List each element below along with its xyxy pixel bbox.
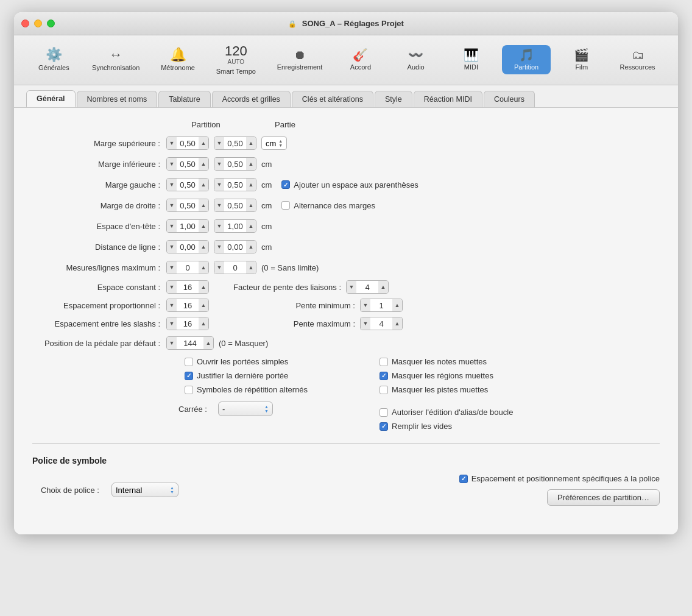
stepper-down[interactable]: ▼ — [167, 219, 177, 233]
stepper-down[interactable]: ▼ — [167, 157, 177, 171]
stepper-down[interactable]: ▼ — [167, 280, 177, 294]
tab-reaction-midi[interactable]: Réaction MIDI — [414, 91, 482, 107]
stepper-up[interactable]: ▲ — [199, 219, 208, 233]
alternance-marges-checkbox[interactable] — [281, 201, 290, 210]
masquer-notes-checkbox[interactable] — [380, 358, 388, 366]
espacement-proportionnel-stepper[interactable]: ▼ 16 ▲ — [166, 299, 209, 312]
stepper-down[interactable]: ▼ — [167, 240, 177, 253]
stepper-down[interactable]: ▼ — [167, 336, 177, 350]
marge-gauche-partie-stepper[interactable]: ▼ 0,50 ▲ — [214, 178, 256, 191]
stepper-down[interactable]: ▼ — [167, 178, 177, 191]
marge-droite-partie-stepper[interactable]: ▼ 0,50 ▲ — [214, 199, 256, 212]
position-pedale-stepper[interactable]: ▼ 144 ▲ — [166, 336, 214, 350]
stepper-down[interactable]: ▼ — [214, 157, 224, 171]
stepper-up[interactable]: ▲ — [199, 157, 208, 171]
remplir-vides-checkbox[interactable] — [380, 422, 388, 431]
autoriser-edition-checkbox[interactable] — [380, 408, 388, 417]
stepper-up[interactable]: ▲ — [246, 240, 256, 253]
stepper-up[interactable]: ▲ — [392, 317, 402, 330]
masquer-pistes-checkbox[interactable] — [380, 386, 388, 394]
pente-maximum-stepper[interactable]: ▼ 4 ▲ — [360, 317, 403, 330]
stepper-down[interactable]: ▼ — [214, 178, 224, 191]
toolbar-film[interactable]: 🎬 Film — [557, 45, 606, 74]
stepper-down[interactable]: ▼ — [167, 299, 177, 312]
mesures-lignes-partie-stepper[interactable]: ▼ 0 ▲ — [214, 261, 256, 274]
carree-dropdown[interactable]: - ▲▼ — [218, 402, 273, 416]
stepper-up[interactable]: ▲ — [378, 280, 388, 294]
stepper-up[interactable]: ▲ — [199, 299, 208, 312]
toolbar-smart-tempo[interactable]: 120 AUTO Smart Tempo — [209, 40, 263, 79]
choix-police-dropdown[interactable]: Internal ▲▼ — [111, 483, 178, 497]
tab-accords-grilles[interactable]: Accords et grilles — [212, 91, 291, 107]
stepper-down[interactable]: ▼ — [214, 261, 224, 274]
tab-general[interactable]: Général — [26, 90, 76, 107]
stepper-up[interactable]: ▲ — [199, 178, 208, 191]
ajouter-espace-checkbox[interactable] — [281, 180, 290, 189]
stepper-up[interactable]: ▲ — [246, 219, 256, 233]
stepper-up[interactable]: ▲ — [246, 136, 256, 150]
ouvrir-portees-checkbox[interactable] — [185, 358, 193, 366]
toolbar-enregistrement[interactable]: ⏺ Enregistrement — [270, 45, 330, 74]
stepper-up[interactable]: ▲ — [246, 178, 256, 191]
toolbar-accord[interactable]: 🎸 Accord — [336, 45, 385, 74]
distance-ligne-partition-stepper[interactable]: ▼ 0,00 ▲ — [166, 240, 209, 253]
stepper-down[interactable]: ▼ — [361, 299, 370, 312]
stepper-down[interactable]: ▼ — [214, 136, 224, 150]
toolbar-audio[interactable]: 〰️ Audio — [392, 45, 440, 74]
stepper-down[interactable]: ▼ — [167, 199, 177, 212]
stepper-up[interactable]: ▲ — [199, 199, 208, 212]
stepper-up[interactable]: ▲ — [203, 336, 213, 350]
marge-droite-partition-stepper[interactable]: ▼ 0,50 ▲ — [166, 199, 209, 212]
close-button[interactable] — [21, 19, 29, 27]
minimize-button[interactable] — [34, 19, 42, 27]
preferences-partition-button[interactable]: Préférences de partition… — [547, 489, 660, 506]
stepper-up[interactable]: ▲ — [246, 261, 256, 274]
unit-selector[interactable]: cm ▲▼ — [261, 136, 287, 150]
toolbar-ressources[interactable]: 🗂 Ressources — [612, 45, 662, 74]
stepper-up[interactable]: ▲ — [199, 280, 208, 294]
toolbar-metronome[interactable]: 🔔 Métronome — [154, 44, 202, 75]
distance-ligne-partie-stepper[interactable]: ▼ 0,00 ▲ — [214, 240, 256, 253]
tab-couleurs[interactable]: Couleurs — [484, 91, 535, 107]
symboles-repetition-checkbox[interactable] — [185, 386, 193, 394]
espace-constant-stepper[interactable]: ▼ 16 ▲ — [166, 280, 209, 294]
tab-nombres-noms[interactable]: Nombres et noms — [77, 91, 158, 107]
stepper-down[interactable]: ▼ — [167, 317, 177, 330]
toolbar-partition[interactable]: 🎵 Partition — [502, 45, 551, 74]
stepper-up[interactable]: ▲ — [246, 199, 256, 212]
espacement-slashs-stepper[interactable]: ▼ 16 ▲ — [166, 317, 209, 330]
toolbar-midi[interactable]: 🎹 MIDI — [447, 45, 495, 74]
tab-cles-alterations[interactable]: Clés et altérations — [292, 91, 373, 107]
stepper-down[interactable]: ▼ — [214, 240, 224, 253]
stepper-down[interactable]: ▼ — [167, 136, 177, 150]
justifier-derniere-checkbox[interactable] — [185, 372, 193, 380]
espacement-specifique-checkbox[interactable] — [459, 475, 468, 483]
stepper-down[interactable]: ▼ — [214, 199, 224, 212]
tab-tablature[interactable]: Tablature — [158, 91, 210, 107]
maximize-button[interactable] — [47, 19, 55, 27]
mesures-lignes-partition-stepper[interactable]: ▼ 0 ▲ — [166, 261, 209, 274]
stepper-up[interactable]: ▲ — [199, 240, 208, 253]
facteur-pente-stepper[interactable]: ▼ 4 ▲ — [346, 280, 389, 294]
espace-entete-partition-stepper[interactable]: ▼ 1,00 ▲ — [166, 219, 209, 233]
marge-inferieure-partition-stepper[interactable]: ▼ 0,50 ▲ — [166, 157, 209, 171]
pente-minimum-stepper[interactable]: ▼ 1 ▲ — [360, 299, 403, 312]
tab-style[interactable]: Style — [375, 91, 412, 107]
stepper-up[interactable]: ▲ — [199, 261, 208, 274]
stepper-down[interactable]: ▼ — [167, 261, 177, 274]
stepper-down[interactable]: ▼ — [361, 317, 370, 330]
stepper-down[interactable]: ▼ — [347, 280, 356, 294]
stepper-up[interactable]: ▲ — [199, 317, 208, 330]
toolbar-synchronisation[interactable]: ↔️ Synchronisation — [85, 44, 147, 75]
espace-entete-partie-stepper[interactable]: ▼ 1,00 ▲ — [214, 219, 256, 233]
marge-gauche-partition-stepper[interactable]: ▼ 0,50 ▲ — [166, 178, 209, 191]
stepper-down[interactable]: ▼ — [214, 219, 224, 233]
stepper-up[interactable]: ▲ — [392, 299, 402, 312]
stepper-up[interactable]: ▲ — [199, 136, 208, 150]
marge-superieure-partition-stepper[interactable]: ▼ 0,50 ▲ — [166, 136, 209, 150]
stepper-up[interactable]: ▲ — [246, 157, 256, 171]
toolbar-generales[interactable]: ⚙️ Générales — [29, 44, 78, 75]
marge-inferieure-partie-stepper[interactable]: ▼ 0,50 ▲ — [214, 157, 256, 171]
masquer-regions-checkbox[interactable] — [380, 372, 388, 380]
marge-superieure-partie-stepper[interactable]: ▼ 0,50 ▲ — [214, 136, 256, 150]
